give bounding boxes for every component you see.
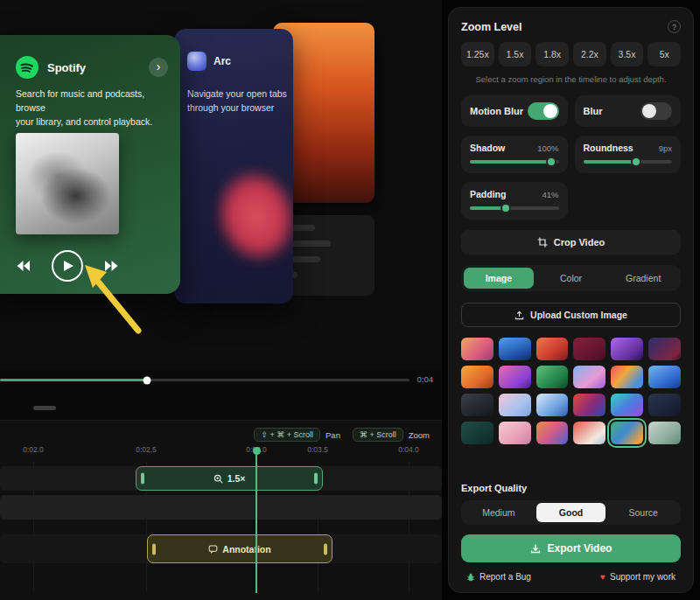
zoom-shortcut-label: Zoom [409, 430, 430, 440]
shadow-slider[interactable]: Shadow 100% [461, 136, 568, 173]
chevron-right-icon[interactable]: › [149, 58, 168, 77]
zoom-option-button[interactable]: 3.5x [611, 42, 644, 66]
background-thumbnail[interactable] [499, 338, 531, 360]
zoom-in-icon [214, 474, 223, 484]
background-thumbnail[interactable] [536, 366, 569, 388]
background-tabs: ImageColorGradient [461, 265, 681, 291]
zoom-options: 1.25x1.5x1.8x2.2x3.5x5x [461, 42, 681, 66]
background-thumbnail[interactable] [573, 366, 606, 388]
time-tick-label: 0:02.0 [23, 445, 44, 454]
zoom-option-button[interactable]: 2.2x [573, 42, 606, 66]
zoom-option-button[interactable]: 1.8x [536, 42, 569, 66]
clip-track[interactable] [0, 495, 442, 520]
background-thumbnail[interactable] [611, 422, 643, 444]
shadow-slider-knob[interactable] [546, 157, 556, 167]
background-thumbnail[interactable] [461, 394, 494, 416]
playback-scrubber[interactable]: 0:04 [0, 373, 442, 387]
editor-area: Arc Navigate your open tabs through your… [0, 0, 442, 600]
annotation-icon [208, 544, 218, 554]
motion-blur-switch[interactable] [528, 102, 559, 120]
background-thumbnail[interactable] [461, 422, 494, 444]
background-thumbnail[interactable] [536, 422, 569, 444]
background-thumbnail[interactable] [648, 422, 681, 444]
blur-label: Blur [584, 106, 603, 116]
arc-logo-art [184, 136, 293, 296]
background-grid [461, 338, 681, 444]
scrubber-knob[interactable] [144, 376, 151, 384]
shadow-value: 100% [537, 143, 558, 153]
panel-footer: Report a Bug ♥ Support my work [461, 572, 681, 582]
background-thumbnail[interactable] [573, 338, 606, 360]
background-thumbnail[interactable] [573, 394, 606, 416]
background-thumbnail[interactable] [499, 422, 531, 444]
background-thumbnail[interactable] [611, 394, 643, 416]
quality-option-medium[interactable]: Medium [464, 503, 534, 522]
time-tick-label: 0:02.5 [136, 445, 157, 454]
background-thumbnail[interactable] [611, 366, 643, 388]
export-video-button[interactable]: Export Video [461, 534, 681, 562]
spotify-card-description: Search for music and podcasts, browse yo… [16, 87, 170, 129]
playhead-dot[interactable] [253, 447, 261, 455]
background-tab-gradient[interactable]: Gradient [608, 268, 678, 289]
annotation-segment[interactable]: Annotation [147, 534, 332, 563]
next-track-icon[interactable] [104, 260, 119, 272]
padding-slider[interactable]: Padding 41% [461, 182, 568, 220]
report-bug-link[interactable]: Report a Bug [466, 572, 531, 582]
roundness-slider[interactable]: Roundness 9px [575, 136, 682, 173]
resize-handle[interactable] [33, 406, 56, 410]
blur-switch[interactable] [640, 102, 672, 120]
zoom-segment[interactable]: 1.5× [136, 466, 323, 491]
upload-icon [514, 310, 524, 320]
settings-panel: Zoom Level ? 1.25x1.5x1.8x2.2x3.5x5x Sel… [448, 7, 694, 593]
roundness-value: 9px [659, 143, 672, 153]
quality-option-good[interactable]: Good [536, 503, 606, 522]
spotify-card: Spotify › Search for music and podcasts,… [0, 35, 180, 294]
padding-slider-knob[interactable] [500, 203, 511, 213]
zoom-option-button[interactable]: 1.25x [461, 42, 494, 66]
arc-logo-icon [187, 52, 206, 71]
shadow-label: Shadow [470, 143, 505, 153]
quality-option-source[interactable]: Source [608, 503, 678, 522]
background-thumbnail[interactable] [461, 366, 494, 388]
zoom-track[interactable]: 1.5× [0, 466, 442, 491]
spotify-logo-icon [16, 56, 38, 79]
time-tick-label: 0:03.5 [307, 445, 328, 454]
help-icon[interactable]: ? [668, 20, 681, 33]
spotify-card-title: Spotify [47, 61, 140, 74]
scrubber-progress [0, 379, 147, 381]
playback-controls [16, 250, 119, 282]
motion-blur-label: Motion Blur [470, 106, 523, 116]
previous-track-icon[interactable] [16, 260, 31, 272]
background-thumbnail[interactable] [536, 338, 569, 360]
duration-label: 0:04 [417, 374, 434, 384]
support-link[interactable]: ♥ Support my work [600, 572, 676, 582]
background-thumbnail[interactable] [611, 338, 643, 360]
arc-card: Arc Navigate your open tabs through your… [174, 29, 293, 303]
timeline-ruler[interactable]: 0:02.00:02.50:03.00:03.50:04.0 [0, 445, 442, 457]
background-thumbnail[interactable] [648, 394, 681, 416]
playhead[interactable] [252, 447, 261, 593]
zoom-option-button[interactable]: 5x [648, 42, 681, 66]
padding-value: 41% [542, 190, 558, 199]
crop-video-button[interactable]: Crop Video [461, 230, 681, 255]
background-thumbnail[interactable] [536, 394, 569, 416]
blur-toggle-card[interactable]: Blur [575, 95, 682, 127]
background-tab-color[interactable]: Color [536, 268, 606, 289]
background-tab-image[interactable]: Image [464, 268, 534, 289]
background-thumbnail[interactable] [648, 338, 681, 360]
background-thumbnail[interactable] [499, 394, 531, 416]
video-preview[interactable]: Arc Navigate your open tabs through your… [0, 0, 442, 369]
zoom-option-button[interactable]: 1.5x [499, 42, 532, 66]
zoom-segment-label: 1.5× [228, 473, 246, 484]
background-thumbnail[interactable] [461, 338, 494, 360]
background-thumbnail[interactable] [573, 422, 606, 444]
roundness-slider-knob[interactable] [631, 157, 641, 167]
motion-blur-toggle-card[interactable]: Motion Blur [461, 95, 568, 127]
background-thumbnail[interactable] [648, 366, 681, 388]
upload-custom-image-button[interactable]: Upload Custom Image [461, 303, 681, 327]
play-button[interactable] [52, 250, 83, 282]
zoom-level-title: Zoom Level [461, 21, 522, 33]
playhead-line [256, 455, 257, 593]
annotation-track[interactable]: Annotation [0, 534, 442, 563]
background-thumbnail[interactable] [499, 366, 531, 388]
